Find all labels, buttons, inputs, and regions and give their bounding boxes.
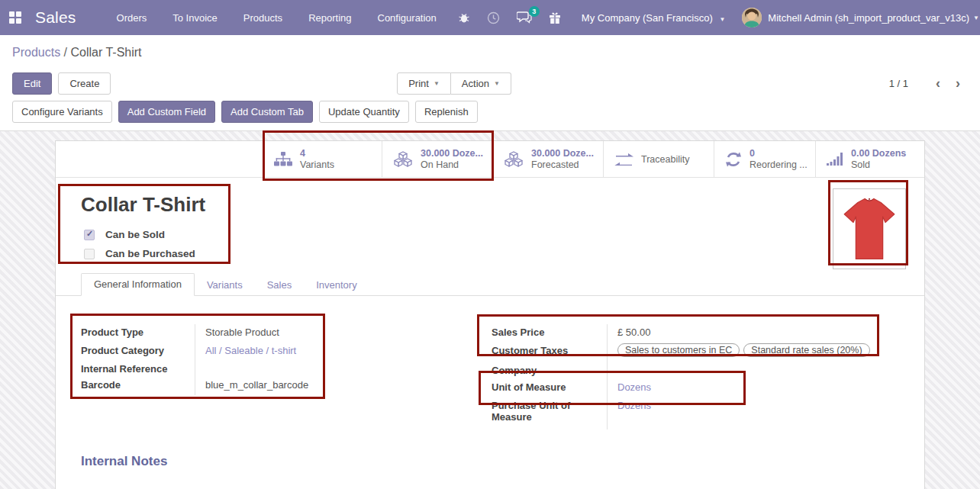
field-unit-of-measure: Unit of Measure Dozens	[492, 379, 907, 397]
stat-label: Traceability	[641, 154, 689, 166]
stat-value: 0	[750, 148, 808, 159]
field-label: Unit of Measure	[492, 379, 608, 397]
activities-clock-icon[interactable]	[487, 11, 500, 24]
can-be-sold-label: Can be Sold	[105, 229, 165, 240]
action-dropdown[interactable]: Action▼	[451, 72, 511, 95]
configure-variants-button[interactable]: Configure Variants	[12, 101, 112, 123]
cubes-icon	[393, 151, 413, 168]
product-form-sheet: 4 Variants 30.000 Doze... On Ha	[55, 140, 925, 489]
can-be-purchased-label: Can be Purchased	[105, 248, 195, 259]
messages-chat-icon[interactable]: 3	[517, 11, 532, 24]
field-purchase-uom: Purchase Unit of Measure Dozens	[492, 397, 907, 429]
field-value: blue_m_collar_barcode	[195, 377, 308, 391]
pager-next-icon[interactable]: ›	[948, 76, 968, 92]
stat-button-forecasted[interactable]: 30.000 Doze... Forecasted	[492, 141, 603, 178]
print-label: Print	[408, 78, 429, 89]
top-navbar: Sales Orders To Invoice Products Reporti…	[0, 0, 980, 35]
company-switcher[interactable]: My Company (San Francisco) ▼	[582, 12, 726, 24]
stat-value: 0.00 Dozens	[851, 148, 906, 159]
red-tshirt-image	[837, 193, 901, 265]
content-background: 4 Variants 30.000 Doze... On Ha	[0, 131, 980, 489]
tax-tag: Sales to customers in EC	[617, 343, 740, 357]
stat-button-traceability[interactable]: Traceability	[603, 141, 714, 178]
menu-to-invoice[interactable]: To Invoice	[172, 12, 218, 24]
menu-orders[interactable]: Orders	[117, 12, 147, 24]
field-label: Barcode	[81, 377, 195, 395]
sitemap-icon	[274, 152, 292, 167]
product-image[interactable]	[833, 188, 906, 269]
refresh-icon	[725, 151, 742, 168]
breadcrumb-current: Collar T-Shirt	[70, 46, 141, 59]
create-button[interactable]: Create	[58, 72, 111, 95]
stat-label: On Hand	[421, 159, 483, 171]
product-title: Collar T-Shirt	[81, 193, 205, 217]
tab-variants[interactable]: Variants	[195, 275, 255, 296]
tab-general-information[interactable]: General Information	[81, 273, 195, 296]
gift-icon[interactable]	[549, 11, 561, 24]
can-be-sold-checkbox[interactable]	[84, 230, 95, 240]
company-name: My Company (San Francisco)	[582, 12, 713, 24]
replenish-button[interactable]: Replenish	[415, 101, 478, 123]
stat-value: 4	[300, 148, 334, 159]
menu-products[interactable]: Products	[243, 12, 282, 24]
print-dropdown[interactable]: Print▼	[397, 72, 451, 95]
field-value	[195, 361, 205, 363]
stat-label: Variants	[300, 159, 334, 171]
product-category-link[interactable]: All / Saleable / t-shirt	[195, 343, 296, 356]
apps-menu-icon[interactable]	[9, 6, 21, 29]
add-custom-tab-button[interactable]: Add Custom Tab	[221, 101, 313, 123]
purchase-uom-link[interactable]: Dozens	[608, 397, 651, 411]
field-internal-reference: Internal Reference	[81, 361, 466, 377]
stat-label: Forecasted	[531, 159, 594, 171]
stat-value: 30.000 Doze...	[421, 148, 483, 159]
uom-link[interactable]: Dozens	[608, 379, 651, 393]
field-label: Product Type	[81, 324, 195, 343]
control-panel: Products / Collar T-Shirt Edit Create Pr…	[0, 35, 980, 101]
internal-notes-heading: Internal Notes	[81, 454, 167, 469]
pager-previous-icon[interactable]: ‹	[928, 76, 948, 92]
tab-inventory[interactable]: Inventory	[304, 275, 369, 296]
update-quantity-button[interactable]: Update Quantity	[319, 101, 409, 123]
field-label: Sales Price	[492, 324, 608, 343]
caret-down-icon: ▼	[973, 14, 979, 21]
field-value	[608, 362, 617, 365]
menu-configuration[interactable]: Configuration	[378, 12, 437, 24]
stat-button-reordering[interactable]: 0 Reordering ...	[714, 141, 815, 178]
stat-button-sold[interactable]: 0.00 Dozens Sold	[815, 141, 916, 178]
field-sales-price: Sales Price £ 50.00	[492, 324, 907, 343]
stat-value: 30.000 Doze...	[531, 148, 594, 159]
debug-bug-icon[interactable]	[458, 11, 470, 24]
edit-button[interactable]: Edit	[12, 72, 52, 95]
pager-count: 1 / 1	[889, 78, 908, 89]
notebook-tabs: General Information Variants Sales Inven…	[56, 274, 924, 296]
field-product-category: Product Category All / Saleable / t-shir…	[81, 343, 466, 361]
stat-label: Reordering ...	[750, 159, 808, 171]
menu-reporting[interactable]: Reporting	[308, 12, 351, 24]
field-product-type: Product Type Storable Product	[81, 324, 466, 343]
field-label: Purchase Unit of Measure	[492, 397, 608, 429]
user-name: Mitchell Admin (sh_import_product_var_v1…	[768, 12, 969, 24]
field-label: Company	[492, 362, 608, 379]
chart-bars-icon	[827, 153, 843, 166]
field-value: Storable Product	[195, 324, 279, 338]
exchange-icon	[614, 153, 633, 166]
field-company: Company	[492, 362, 907, 379]
app-brand[interactable]: Sales	[35, 8, 76, 27]
stat-button-on-hand[interactable]: 30.000 Doze... On Hand	[382, 141, 492, 178]
can-be-purchased-checkbox[interactable]	[84, 249, 95, 259]
pager: 1 / 1 ‹ ›	[889, 76, 968, 92]
stat-button-variants[interactable]: 4 Variants	[263, 141, 382, 178]
breadcrumb-separator: /	[60, 46, 70, 59]
tab-sales[interactable]: Sales	[255, 275, 305, 296]
caret-down-icon: ▼	[434, 80, 440, 87]
field-label: Internal Reference	[81, 361, 195, 377]
add-custom-field-button[interactable]: Add Custom Field	[118, 101, 215, 123]
caret-down-icon: ▼	[719, 16, 725, 23]
user-menu[interactable]: Mitchell Admin (sh_import_product_var_v1…	[742, 8, 979, 27]
breadcrumb-parent[interactable]: Products	[12, 46, 60, 59]
grid-icon	[9, 11, 21, 24]
message-count-badge: 3	[529, 6, 540, 17]
field-group-right: Sales Price £ 50.00 Customer Taxes Sales…	[492, 324, 907, 429]
field-barcode: Barcode blue_m_collar_barcode	[81, 377, 466, 395]
caret-down-icon: ▼	[494, 80, 500, 87]
